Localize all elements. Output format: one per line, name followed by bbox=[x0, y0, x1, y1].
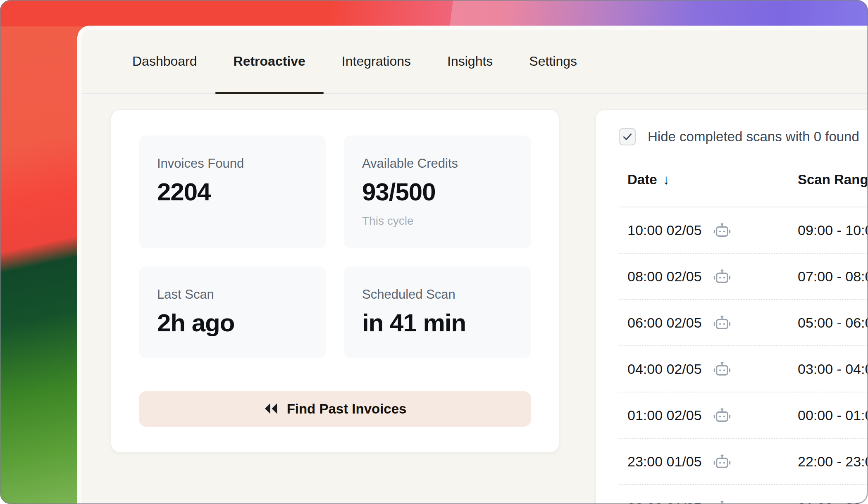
bot-icon bbox=[713, 268, 732, 285]
scan-range-cell: 05:00 - 06:00 bbox=[798, 315, 868, 331]
tab-label: Dashboard bbox=[132, 54, 197, 69]
scan-date-cell: 22:00 01/05 bbox=[627, 499, 798, 504]
stat-label: Invoices Found bbox=[157, 156, 308, 171]
tab-settings[interactable]: Settings bbox=[511, 30, 595, 93]
scan-date-cell: 08:00 02/05 bbox=[627, 268, 798, 285]
column-header-date[interactable]: Date ↓ bbox=[627, 172, 798, 188]
tab-label: Retroactive bbox=[234, 54, 305, 69]
stat-tile-available-credits: Available Credits 93/500 This cycle bbox=[344, 136, 531, 248]
scan-row[interactable]: 10:00 02/05 bbox=[619, 207, 868, 254]
bot-icon bbox=[713, 499, 732, 504]
tab-retroactive[interactable]: Retroactive bbox=[215, 30, 324, 93]
wallpaper-top bbox=[0, 0, 868, 26]
scan-date-cell: 04:00 02/05 bbox=[627, 360, 798, 378]
bot-icon bbox=[713, 453, 732, 470]
stats-card: Invoices Found 2204 Available Credits 93… bbox=[111, 109, 559, 453]
scan-range-cell: 00:00 - 01:00 bbox=[798, 407, 868, 423]
checkmark-icon bbox=[622, 131, 633, 142]
scan-range-cell: 09:00 - 10:00 bbox=[798, 222, 868, 238]
column-header-scan-range: Scan Range bbox=[798, 172, 868, 188]
scan-date-cell: 10:00 02/05 bbox=[627, 221, 798, 239]
stat-tiles: Invoices Found 2204 Available Credits 93… bbox=[139, 136, 531, 358]
scan-range-cell: 22:00 - 23:00 bbox=[798, 454, 868, 470]
scan-row[interactable]: 23:00 01/05 bbox=[619, 439, 868, 485]
scan-date-cell: 06:00 02/05 bbox=[627, 314, 798, 331]
scan-row[interactable]: 01:00 02/05 bbox=[619, 392, 868, 439]
scan-row[interactable]: 06:00 02/05 bbox=[619, 300, 868, 346]
tab-bar: Dashboard Retroactive Integrations Insig… bbox=[81, 30, 868, 94]
tab-label: Insights bbox=[447, 54, 493, 69]
scan-range-cell: 07:00 - 08:00 bbox=[798, 269, 868, 285]
hide-completed-checkbox[interactable] bbox=[619, 128, 636, 145]
scan-row[interactable]: 08:00 02/05 bbox=[619, 254, 868, 300]
stat-label: Last Scan bbox=[157, 287, 308, 302]
bot-icon bbox=[713, 360, 732, 378]
bot-icon bbox=[713, 221, 732, 239]
button-label: Find Past Invoices bbox=[287, 401, 407, 417]
stat-tile-invoices-found: Invoices Found 2204 bbox=[139, 136, 326, 248]
scan-date-cell: 23:00 01/05 bbox=[627, 453, 798, 470]
stat-value: 2204 bbox=[157, 178, 308, 206]
bot-icon bbox=[713, 407, 732, 424]
table-header-row: Date ↓ Scan Range bbox=[619, 172, 868, 207]
bot-icon bbox=[713, 314, 732, 331]
scans-panel: Hide completed scans with 0 found Date ↓… bbox=[595, 109, 868, 504]
stat-tile-scheduled-scan: Scheduled Scan in 41 min bbox=[344, 266, 531, 358]
stat-value: 93/500 bbox=[362, 178, 513, 206]
scan-range-cell: 21:00 - 22:00 bbox=[798, 500, 868, 504]
scan-range-cell: 03:00 - 04:00 bbox=[798, 361, 868, 377]
filter-row: Hide completed scans with 0 found bbox=[619, 128, 868, 145]
sort-descending-icon: ↓ bbox=[663, 172, 670, 188]
stat-label: Scheduled Scan bbox=[362, 287, 513, 302]
scan-row[interactable]: 22:00 01/05 bbox=[619, 485, 868, 504]
rewind-icon bbox=[264, 402, 279, 416]
tab-label: Settings bbox=[529, 54, 577, 69]
stat-value: in 41 min bbox=[362, 309, 513, 337]
tab-dashboard[interactable]: Dashboard bbox=[114, 30, 215, 93]
tab-label: Integrations bbox=[342, 54, 411, 69]
scan-row[interactable]: 04:00 02/05 bbox=[619, 346, 868, 392]
tab-integrations[interactable]: Integrations bbox=[324, 30, 429, 93]
stat-tile-last-scan: Last Scan 2h ago bbox=[139, 266, 326, 358]
scans-table: Date ↓ Scan Range 10:00 02/05 bbox=[619, 172, 868, 504]
hide-completed-label[interactable]: Hide completed scans with 0 found bbox=[648, 129, 859, 145]
app-window: Dashboard Retroactive Integrations Insig… bbox=[77, 26, 868, 504]
tab-insights[interactable]: Insights bbox=[429, 30, 511, 93]
active-tab-underline bbox=[215, 92, 324, 94]
scan-date-cell: 01:00 02/05 bbox=[627, 407, 798, 424]
stat-note: This cycle bbox=[362, 214, 513, 228]
stat-value: 2h ago bbox=[157, 309, 308, 337]
find-past-invoices-button[interactable]: Find Past Invoices bbox=[139, 391, 531, 427]
screen: Dashboard Retroactive Integrations Insig… bbox=[0, 0, 868, 504]
stat-label: Available Credits bbox=[362, 156, 513, 171]
